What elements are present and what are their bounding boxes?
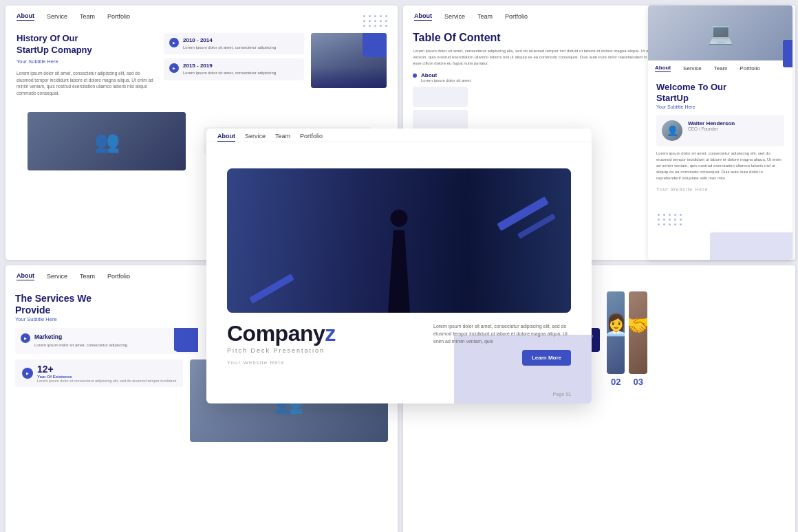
timeline-dot-1 <box>169 38 179 47</box>
slide5-right: 02 03 <box>607 291 786 390</box>
slide2-lavender <box>689 173 786 214</box>
service-corner-1 <box>174 328 198 352</box>
timeline-year-1: 2010 - 2014 <box>183 37 276 43</box>
nav-team-5[interactable]: Team <box>477 273 493 280</box>
timeline-item-1: 2010 - 2014 Lorem ipsum dolor sit amet, … <box>164 33 304 54</box>
nav-service-4[interactable]: Service <box>47 273 67 280</box>
slide1-stat-play <box>211 135 222 146</box>
nav-team-2[interactable]: Team <box>477 13 493 20</box>
service-dot-2 <box>211 333 220 343</box>
service-title-1: Marketing <box>34 333 127 340</box>
slide5-photo-col-2: 03 <box>629 291 647 390</box>
nav-portfolio-5[interactable]: Portfolio <box>505 273 528 280</box>
slide4-stats: 12+ Year Of Existence Lorem ipsum dolor … <box>15 359 183 442</box>
service-dot-1 <box>21 333 30 343</box>
slide2-left: Table Of Content Lorem ipsum dolor sit a… <box>413 32 681 214</box>
slide1-timeline: 2010 - 2014 Lorem ipsum dolor sit amet, … <box>164 33 304 104</box>
nav-about-2[interactable]: About <box>414 12 432 21</box>
slide4-stat: 12+ Year Of Existence Lorem ipsum dolor … <box>15 359 183 387</box>
slide-history: About Service Team Portfolio History Of … <box>6 5 398 260</box>
slide-services: About Service Team Portfolio The Service… <box>6 265 398 532</box>
toc-bullet-1 <box>413 74 417 78</box>
slide4-content: The Services We Provide Your Subtitle He… <box>6 287 398 447</box>
slide4-stat-number: 12+ <box>37 364 176 375</box>
slide2-corner <box>762 32 786 56</box>
slide1-stats: 12+ Year Of Existence Lorem ipsum dolor … <box>204 127 371 155</box>
slide1-stat-desc: Lorem ipsum dolor sit consectetur adipis… <box>226 146 365 151</box>
nav-bar-5: About Service Team Portfolio <box>403 265 795 287</box>
slide4-dot-grid <box>363 275 388 287</box>
timeline-content-2: 2015 - 2019 Lorem ipsum dolor sit amet, … <box>183 63 276 76</box>
slide1-page: Page 06 <box>373 251 391 256</box>
slide4-title: The Services We Provide <box>15 293 388 316</box>
timeline-text-2: Lorem ipsum dolor sit amet, consectetur … <box>183 70 276 76</box>
slide4-stat-info: 12+ Year Of Existence Lorem ipsum dolor … <box>37 364 176 383</box>
slide5-left: Our StartUp Company Services Your Subtit… <box>413 291 600 390</box>
service-info-2: Finance Lorem ipsum dolor sit amet, cons… <box>224 333 317 348</box>
slide2-photo <box>689 32 786 169</box>
toc-info-1: About Lorem ipsum dolor sit amet <box>421 72 471 82</box>
slide1-body: Lorem ipsum dolor sit amet, consectetur … <box>17 70 157 97</box>
slide-toc: About Service Team Portfolio Table Of Co… <box>403 5 795 260</box>
toc-item-1: About Lorem ipsum dolor sit amet <box>413 72 681 82</box>
service-desc-2: Lorem ipsum dolor sit amet, consectetur … <box>224 342 317 348</box>
slide2-body: Lorem ipsum dolor sit amet, consectetur … <box>413 48 681 67</box>
nav-service-5[interactable]: Service <box>444 273 465 280</box>
nav-portfolio-1[interactable]: Portfolio <box>107 13 130 20</box>
slide1-left: History Of Our StartUp Comapny Your Subt… <box>17 33 157 104</box>
service-card-marketing: Marketing Lorem ipsum dolor sit amet, co… <box>15 328 198 354</box>
toc-placeholder-1 <box>413 87 468 107</box>
slide5-photo-col-1: 02 <box>607 291 625 390</box>
nav-about-4[interactable]: About <box>17 272 34 280</box>
toc-label-1: About <box>421 72 471 78</box>
slide2-right <box>689 32 786 214</box>
slide4-photo-bottom <box>190 359 388 442</box>
slide4-subtitle: Your Subtitle Here <box>15 316 388 322</box>
timeline-year-2: 2015 - 2019 <box>183 63 276 69</box>
nav-bar-1: About Service Team Portfolio <box>6 5 398 27</box>
timeline-item-2: 2015 - 2019 Lorem ipsum dolor sit amet, … <box>164 58 304 80</box>
service-title-2: Finance <box>224 333 317 340</box>
slide4-stat-desc: Lorem ipsum dolor sit consectetur adipis… <box>37 379 176 383</box>
nav-service-2[interactable]: Service <box>444 13 465 20</box>
slide5-photo-2 <box>629 291 647 374</box>
slide4-play <box>22 368 33 379</box>
slide5-content: Our StartUp Company Services Your Subtit… <box>403 287 795 394</box>
slide5-num-1: 02 <box>607 374 625 390</box>
nav-team-1[interactable]: Team <box>80 13 95 20</box>
slide2-title: Table Of Content <box>413 32 681 44</box>
nav-portfolio-4[interactable]: Portfolio <box>107 273 130 280</box>
slide1-subtitle: Your Subtitle Here <box>17 58 157 65</box>
slide5-title: Our StartUp Company Services <box>413 291 600 315</box>
service-card-finance: Finance Lorem ipsum dolor sit amet, cons… <box>205 328 388 354</box>
slide1-photo <box>311 33 387 88</box>
nav-team-4[interactable]: Team <box>80 273 95 280</box>
slide5-photo-1 <box>607 291 625 374</box>
slide1-stat-number: 12+ <box>226 131 365 142</box>
nav-about-1[interactable]: About <box>17 12 34 21</box>
nav-portfolio-2[interactable]: Portfolio <box>505 13 528 20</box>
slide5-photos: 02 03 <box>607 291 786 390</box>
toc-desc-1: Lorem ipsum dolor sit amet <box>421 78 471 82</box>
slide5-desc-box: Lorem ipsum dolor sit, consectetur adipi… <box>413 328 600 352</box>
slide4-bottom: 12+ Year Of Existence Lorem ipsum dolor … <box>15 359 388 442</box>
slide1-stat-info: 12+ Year Of Existence Lorem ipsum dolor … <box>226 131 365 151</box>
slide5-num-2: 03 <box>629 374 647 390</box>
timeline-content-1: 2010 - 2014 Lorem ipsum dolor sit amet, … <box>183 37 276 50</box>
slide5-subtitle: Your Subtitle Here <box>413 316 600 322</box>
slide2-content: Table Of Content Lorem ipsum dolor sit a… <box>403 27 795 219</box>
service-corner-2 <box>364 328 388 352</box>
nav-service-1[interactable]: Service <box>47 13 67 20</box>
slide4-services-row: Marketing Lorem ipsum dolor sit amet, co… <box>15 328 388 354</box>
nav-about-5[interactable]: About <box>414 272 432 280</box>
slide1-content: History Of Our StartUp Comapny Your Subt… <box>6 27 398 109</box>
slide1-corner-tr <box>363 33 387 57</box>
nav-bar-4: About Service Team Portfolio <box>6 265 398 287</box>
nav-bar-2: About Service Team Portfolio <box>403 5 795 27</box>
slide1-title: History Of Our StartUp Comapny <box>17 33 157 56</box>
service-info-1: Marketing Lorem ipsum dolor sit amet, co… <box>34 333 127 348</box>
slide1-bottom: 12+ Year Of Existence Lorem ipsum dolor … <box>6 109 398 177</box>
toc-placeholder-2 <box>413 110 468 131</box>
slide1-bottom-photo <box>28 112 186 170</box>
timeline-dot-2 <box>169 63 179 73</box>
